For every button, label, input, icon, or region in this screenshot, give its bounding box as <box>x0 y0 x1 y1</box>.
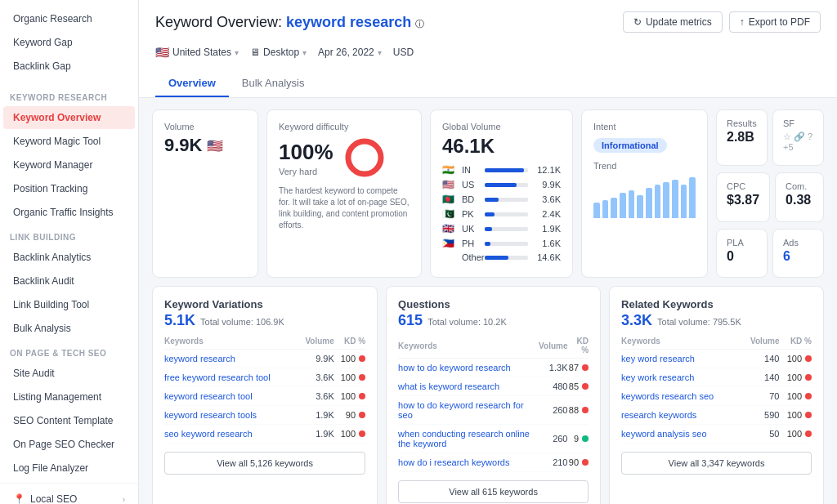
chevron-down-icon: ▾ <box>378 48 382 57</box>
sidebar: Organic Research Keyword Gap Backlink Ga… <box>0 0 139 504</box>
keyword-link[interactable]: keywords research seo <box>621 387 741 406</box>
sidebar-item-bulk-analysis[interactable]: Bulk Analysis <box>3 317 135 340</box>
com-value: 0.38 <box>786 193 813 207</box>
date-filter[interactable]: Apr 26, 2022 ▾ <box>318 42 382 63</box>
sidebar-item-site-audit[interactable]: Site Audit <box>3 362 135 385</box>
keyword-link[interactable]: keyword analysis seo <box>621 425 741 444</box>
keyword-link[interactable]: key word research <box>621 350 741 368</box>
country-bar-fill <box>485 168 524 172</box>
country-filter[interactable]: 🇺🇸 United States ▾ <box>155 41 239 64</box>
info-icon[interactable]: ⓘ <box>415 19 424 29</box>
keyword-link[interactable]: how do i research keywords <box>398 453 539 472</box>
cpc-label: CPC <box>727 181 759 191</box>
keyword-link[interactable]: how to do keyword research <box>398 359 539 377</box>
country-code: BD <box>462 194 480 204</box>
kd-cell: 100 <box>334 368 365 387</box>
kd-cell: 85 <box>567 377 589 396</box>
country-flag-icon: 🇵🇭 <box>442 238 457 249</box>
rk-view-all-button[interactable]: View all 3,347 keywords <box>621 452 812 475</box>
filter-bar: 🇺🇸 United States ▾ 🖥 Desktop ▾ Apr 26, 2… <box>155 41 821 64</box>
sidebar-item-keyword-gap[interactable]: Keyword Gap <box>3 31 135 54</box>
kd-dot-icon <box>582 364 589 371</box>
us-flag-icon: 🇺🇸 <box>207 138 223 154</box>
country-code: Other <box>462 252 480 262</box>
volume-cell: 210 <box>539 453 567 472</box>
pla-value: 0 <box>727 249 757 264</box>
keyword-link[interactable]: keyword research <box>164 350 298 368</box>
keyword-link[interactable]: free keyword research tool <box>164 368 298 387</box>
trend-bar <box>611 198 617 218</box>
country-value: 1.6K <box>533 239 561 248</box>
sidebar-section-keyword-research: KEYWORD RESEARCH <box>0 85 138 105</box>
rk-col-volume: Volume <box>741 333 779 350</box>
sidebar-item-organic-traffic[interactable]: Organic Traffic Insights <box>3 201 135 224</box>
kd-value: 100 <box>341 354 356 364</box>
page-title: Keyword Overview: keyword research ⓘ <box>155 14 424 31</box>
sidebar-item-link-building[interactable]: Link Building Tool <box>3 293 135 316</box>
sf-card: SF ☆ 🔗 ? +5 <box>772 109 824 166</box>
sidebar-item-backlink-gap[interactable]: Backlink Gap <box>3 55 135 78</box>
sidebar-item-position-tracking[interactable]: Position Tracking <box>3 177 135 200</box>
difficulty-description: The hardest keyword to compete for. It w… <box>279 185 410 231</box>
update-metrics-button[interactable]: ↻ Update metrics <box>623 11 723 33</box>
volume-cell: 590 <box>741 406 779 425</box>
keyword-link[interactable]: seo keyword research <box>164 425 298 444</box>
device-filter[interactable]: 🖥 Desktop ▾ <box>250 42 307 63</box>
com-label: Com. <box>786 181 813 191</box>
q-view-all-button[interactable]: View all 615 keywords <box>398 480 589 503</box>
keyword-link[interactable]: keyword research tools <box>164 406 298 425</box>
kd-value: 87 <box>569 363 579 372</box>
kd-value: 100 <box>341 391 356 401</box>
keyword-link[interactable]: when conducting research online the keyw… <box>398 425 539 453</box>
kd-dot-icon <box>359 355 365 362</box>
kd-dot-icon <box>805 430 812 437</box>
table-row: research keywords 590 100 <box>621 406 812 425</box>
table-row: when conducting research online the keyw… <box>398 425 589 453</box>
sidebar-item-listing-mgmt[interactable]: Listing Management <box>3 386 135 408</box>
sidebar-item-label: Link Building Tool <box>13 299 89 310</box>
difficulty-card: Keyword difficulty 100% Very hard The ha… <box>266 109 422 278</box>
currency-label: USD <box>393 47 414 58</box>
sidebar-item-label: Keyword Overview <box>13 112 101 123</box>
sidebar-item-label: Position Tracking <box>13 183 87 194</box>
sidebar-section-on-page: ON PAGE & TECH SEO <box>0 341 138 361</box>
kd-value: 100 <box>787 354 802 364</box>
sidebar-item-label: Backlink Gap <box>13 60 71 72</box>
questions-card: Questions 615 Total volume: 10.2K Keywor… <box>386 286 601 504</box>
keyword-link[interactable]: keyword research tool <box>164 387 298 406</box>
keyword-link[interactable]: how to do keyword research for seo <box>398 396 539 425</box>
sidebar-item-log-file[interactable]: Log File Analyzer <box>3 457 135 479</box>
trend-bar <box>689 177 696 218</box>
kv-total: Total volume: 106.9K <box>200 317 284 327</box>
keyword-link[interactable]: key work research <box>621 368 741 387</box>
keyword-link[interactable]: research keywords <box>621 406 741 425</box>
sidebar-item-backlink-analytics[interactable]: Backlink Analytics <box>3 246 135 269</box>
kd-cell: 87 <box>567 359 589 377</box>
volume-cell: 1.9K <box>298 406 334 425</box>
kd-value: 90 <box>346 410 356 420</box>
kd-dot-icon <box>582 407 589 413</box>
keyword-link[interactable]: what is keyword research <box>398 377 539 396</box>
kv-count: 5.1K <box>164 312 195 329</box>
kd-dot-icon <box>359 374 365 381</box>
sidebar-item-on-page-seo[interactable]: On Page SEO Checker <box>3 433 135 456</box>
sidebar-item-backlink-audit[interactable]: Backlink Audit <box>3 270 135 292</box>
table-row: keywords research seo 70 100 <box>621 387 812 406</box>
sidebar-item-keyword-magic[interactable]: Keyword Magic Tool <box>3 130 135 153</box>
desktop-icon: 🖥 <box>250 47 260 58</box>
sidebar-item-local-seo[interactable]: 📍 Local SEO › <box>3 488 135 504</box>
kd-value: 9 <box>574 434 579 444</box>
tab-bulk-analysis[interactable]: Bulk Analysis <box>229 70 318 97</box>
rk-title: Related Keywords <box>621 298 812 310</box>
sidebar-item-seo-content[interactable]: SEO Content Template <box>3 409 135 432</box>
sidebar-item-keyword-overview[interactable]: Keyword Overview <box>3 106 135 129</box>
country-value: 1.9K <box>533 224 561 234</box>
tab-overview[interactable]: Overview <box>155 70 229 97</box>
export-pdf-button[interactable]: ↑ Export to PDF <box>729 11 821 33</box>
sidebar-item-organic-research[interactable]: Organic Research <box>3 7 135 30</box>
kv-view-all-button[interactable]: View all 5,126 keywords <box>164 452 365 475</box>
sidebar-item-keyword-manager[interactable]: Keyword Manager <box>3 154 135 176</box>
kd-value: 100 <box>341 429 356 439</box>
kd-cell: 100 <box>779 425 812 444</box>
table-row: how to do keyword research for seo 260 8… <box>398 396 589 425</box>
